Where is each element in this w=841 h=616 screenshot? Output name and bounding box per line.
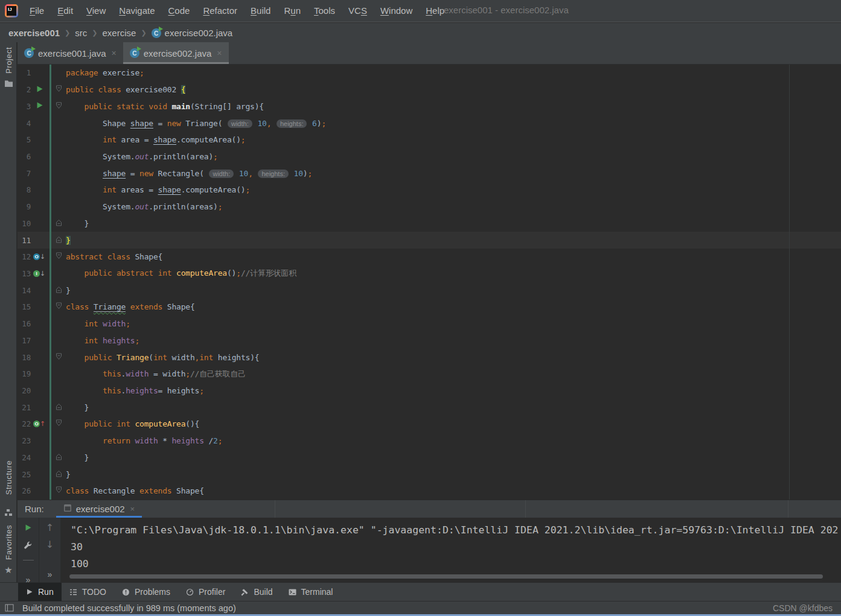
fold-region-start-icon[interactable] [56, 102, 62, 111]
breadcrumb-item[interactable]: exercise001 [8, 28, 60, 38]
sidebar-item-project[interactable]: Project [0, 47, 17, 90]
fold-region-start-icon[interactable] [56, 486, 62, 495]
line-number[interactable]: 9 [18, 202, 31, 211]
code-line[interactable]: 24 } [18, 449, 841, 466]
code-line[interactable]: 15class Triange extends Shape{ [18, 299, 841, 316]
menu-run[interactable]: Run [277, 0, 307, 22]
code-line[interactable]: 23 return width * heights /2; [18, 433, 841, 449]
tool-window-button-terminal[interactable]: Terminal [281, 583, 341, 601]
code-line[interactable]: 21 } [18, 399, 841, 416]
menu-window[interactable]: Window [374, 0, 419, 22]
code-line[interactable]: 10 } [18, 215, 841, 232]
tool-window-button-run[interactable]: Run [18, 583, 62, 601]
code-line[interactable]: 26class Rectangle extends Shape{ [18, 483, 841, 500]
line-number[interactable]: 7 [18, 169, 31, 178]
line-number[interactable]: 20 [18, 386, 31, 395]
editor-tab-exercise001-java[interactable]: Cexercise001.java× [18, 42, 123, 64]
code-editor[interactable]: 1package exercise;2public class exercise… [18, 65, 841, 500]
sidebar-item-favorites[interactable]: Favorites ★ [0, 525, 17, 576]
code-line[interactable]: 18 public Triange(int width,int heights)… [18, 349, 841, 366]
menu-tools[interactable]: Tools [307, 0, 342, 22]
fold-region-end-icon[interactable] [56, 403, 62, 412]
menu-file[interactable]: File [23, 0, 51, 22]
code-line[interactable]: 2public class exercise002 { [18, 81, 841, 98]
fold-region-end-icon[interactable] [56, 470, 62, 479]
breadcrumb-item[interactable]: src [75, 28, 87, 38]
line-number[interactable]: 12 [18, 252, 31, 261]
console-horizontal-scrollbar[interactable] [69, 574, 823, 579]
line-number[interactable]: 13 [18, 269, 31, 278]
tool-window-button-profiler[interactable]: Profiler [178, 583, 233, 601]
tool-window-toggle-icon[interactable] [5, 604, 14, 612]
tool-window-button-todo[interactable]: TODO [62, 583, 114, 601]
fold-region-end-icon[interactable] [56, 219, 62, 228]
line-number[interactable]: 8 [18, 185, 31, 194]
code-line[interactable]: 20 this.heights= heights; [18, 383, 841, 399]
line-number[interactable]: 26 [18, 486, 31, 495]
code-line[interactable]: 16 int width; [18, 316, 841, 332]
settings-wrench-icon[interactable] [24, 541, 33, 553]
tool-window-button-problems[interactable]: Problems [114, 583, 178, 601]
code-line[interactable]: 19 this.width = width;//自己获取自己 [18, 366, 841, 383]
code-line[interactable]: 7 shape = new Rectangle( width: 10, heig… [18, 165, 841, 182]
code-line[interactable]: 22O↑ public int computeArea(){ [18, 416, 841, 433]
sidebar-item-structure[interactable]: Structure [0, 460, 17, 519]
fold-region-end-icon[interactable] [56, 236, 62, 245]
tool-window-button-build[interactable]: Build [233, 583, 280, 601]
overrides-icon[interactable]: O↑ [33, 421, 45, 427]
line-number[interactable]: 25 [18, 470, 31, 479]
line-number[interactable]: 10 [18, 219, 31, 228]
menu-vcs[interactable]: VCS [342, 0, 374, 22]
line-number[interactable]: 3 [18, 102, 31, 111]
line-number[interactable]: 18 [18, 353, 31, 362]
line-number[interactable]: 15 [18, 302, 31, 311]
fold-region-start-icon[interactable] [56, 419, 62, 428]
line-number[interactable]: 16 [18, 319, 31, 328]
line-number[interactable]: 14 [18, 286, 31, 295]
close-icon[interactable]: × [217, 48, 222, 58]
fold-region-start-icon[interactable] [56, 302, 62, 311]
fold-region-start-icon[interactable] [56, 85, 62, 94]
down-stack-trace-icon[interactable]: ↓ [46, 540, 54, 550]
menu-navigate[interactable]: Navigate [112, 0, 161, 22]
line-number[interactable]: 6 [18, 152, 31, 161]
menu-refactor[interactable]: Refactor [196, 0, 244, 22]
fold-region-start-icon[interactable] [56, 252, 62, 261]
line-number[interactable]: 23 [18, 436, 31, 445]
line-number[interactable]: 11 [18, 236, 31, 245]
code-line[interactable]: 13I↓ public abstract int computeArea();/… [18, 265, 841, 282]
fold-region-end-icon[interactable] [56, 453, 62, 462]
run-console-output[interactable]: "C:\Program Files\Java\jdk-18.0.1.1\bin\… [61, 518, 841, 582]
code-line[interactable]: 17 int heights; [18, 332, 841, 349]
more-actions-chevron-icon[interactable]: » [48, 570, 53, 579]
line-number[interactable]: 24 [18, 453, 31, 462]
line-number[interactable]: 4 [18, 119, 31, 128]
up-stack-trace-icon[interactable]: ↑ [46, 523, 54, 533]
run-line-icon[interactable] [36, 101, 43, 111]
line-number[interactable]: 19 [18, 369, 31, 378]
menu-build[interactable]: Build [244, 0, 277, 22]
breadcrumb-item[interactable]: Cexercise002.java [152, 27, 233, 39]
menu-edit[interactable]: Edit [51, 0, 80, 22]
line-number[interactable]: 1 [18, 68, 31, 77]
fold-region-end-icon[interactable] [56, 286, 62, 295]
code-line[interactable]: 5 int area = shape.computeArea(); [18, 132, 841, 148]
run-line-icon[interactable] [36, 85, 43, 95]
implemented-method-icon[interactable]: I↓ [33, 270, 45, 277]
line-number[interactable]: 5 [18, 135, 31, 144]
code-line[interactable]: 6 System.out.println(area); [18, 148, 841, 165]
line-number[interactable]: 21 [18, 403, 31, 412]
fold-region-start-icon[interactable] [56, 353, 62, 362]
menu-view[interactable]: View [80, 0, 112, 22]
implemented-class-icon[interactable]: O↓ [33, 253, 45, 260]
close-icon[interactable]: × [130, 504, 135, 513]
breadcrumb-item[interactable]: exercise [103, 28, 136, 38]
code-line[interactable]: 11} [18, 232, 841, 249]
line-number[interactable]: 17 [18, 336, 31, 345]
line-number[interactable]: 22 [18, 419, 31, 428]
code-line[interactable]: 8 int areas = shape.computeArea(); [18, 182, 841, 198]
run-console-tab[interactable]: exercise002 × [56, 500, 142, 518]
code-line[interactable]: 12O↓abstract class Shape{ [18, 249, 841, 265]
code-line[interactable]: 1package exercise; [18, 65, 841, 81]
code-line[interactable]: 25} [18, 466, 841, 483]
